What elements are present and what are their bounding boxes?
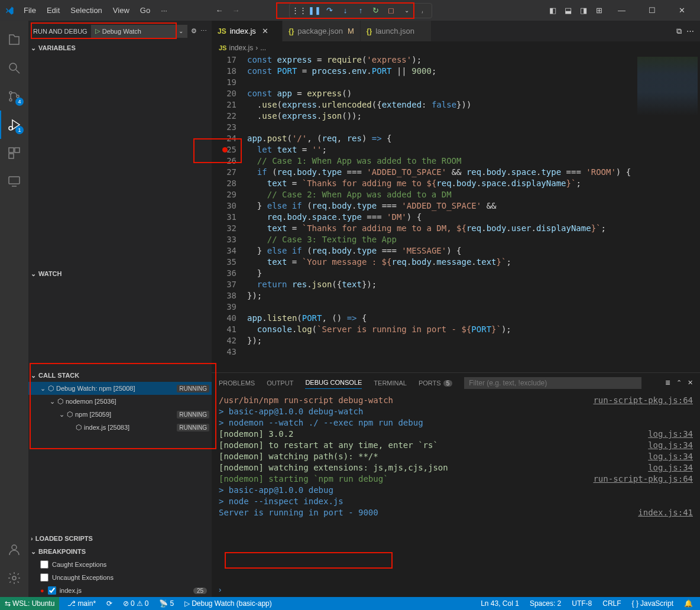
layout-left-icon[interactable]: ◧ — [547, 5, 559, 17]
status-eol[interactable]: CRLF — [600, 599, 623, 608]
menu-go[interactable]: Go — [135, 4, 155, 17]
start-debug-icon[interactable]: ▷ — [95, 27, 100, 35]
menu-selection[interactable]: Selection — [66, 4, 106, 17]
debug-pause-icon[interactable]: ❚❚ — [309, 5, 320, 17]
close-icon[interactable]: ✕ — [262, 27, 268, 35]
breadcrumb[interactable]: JS index.js › ... — [212, 41, 700, 54]
layout-right-icon[interactable]: ◨ — [578, 5, 589, 17]
callstack-row[interactable]: ⬡index.js [25083]RUNNING — [28, 421, 212, 434]
window-close-icon[interactable]: ✕ — [669, 2, 695, 20]
layout-bottom-icon[interactable]: ⬓ — [562, 5, 574, 17]
watch-section-header[interactable]: ⌄Watch — [28, 267, 212, 280]
console-source-link[interactable]: log.js:34 — [648, 451, 693, 462]
debug-step-out-icon[interactable]: ↑ — [355, 5, 367, 17]
editor-tab[interactable]: JSindex.js✕ — [212, 21, 283, 41]
activity-account-icon[interactable] — [0, 536, 28, 564]
tabs-actions: ⧉ ⋯ — [676, 21, 700, 41]
compare-icon[interactable]: ⧉ — [676, 27, 682, 36]
status-lang[interactable]: { }JavaScript — [630, 599, 676, 608]
callstack-status: RUNNING — [177, 385, 209, 392]
callstack-section-header[interactable]: ⌄Call Stack — [28, 369, 212, 382]
menu-file[interactable]: File — [19, 4, 41, 17]
debug-step-over-icon[interactable]: ↷ — [324, 5, 336, 17]
tab-output[interactable]: Output — [267, 377, 293, 389]
status-position[interactable]: Ln 43, Col 1 — [478, 599, 521, 608]
callstack-row[interactable]: ⌄⬡npm [25059]RUNNING — [28, 408, 212, 421]
editor-tab[interactable]: {}launch.json — [361, 21, 432, 41]
status-debug[interactable]: ▷Debug Watch (basic-app) — [182, 599, 274, 608]
debug-restart-icon[interactable]: ↻ — [370, 5, 382, 17]
more-icon[interactable]: ⋯ — [200, 27, 207, 35]
status-ports[interactable]: 📡5 — [157, 599, 176, 608]
code-content[interactable]: const express = require('express');const… — [247, 54, 635, 372]
editor-body[interactable]: 1718192021222324252627282930313233343536… — [212, 54, 700, 372]
callstack-row[interactable]: ⌄⬡nodemon [25036] — [28, 395, 212, 408]
callstack-row[interactable]: ⌄⬡Debug Watch: npm [25008]RUNNING — [28, 382, 212, 395]
status-errors[interactable]: ⊘0 ⚠0 — [121, 599, 151, 608]
console-body[interactable]: /usr/bin/npm run-script debug-watchrun-s… — [212, 392, 700, 582]
activity-debug-icon[interactable]: 1 — [0, 111, 28, 139]
console-source-link[interactable]: run-script-pkg.js:64 — [593, 473, 693, 485]
console-source-link[interactable]: run-script-pkg.js:64 — [593, 395, 693, 406]
console-source-link[interactable]: index.js:41 — [638, 507, 693, 518]
debug-config-dropdown[interactable]: ▷ Debug Watch ⌄ — [91, 25, 187, 38]
menu-edit[interactable]: Edit — [42, 4, 64, 17]
callstack-status: RUNNING — [177, 424, 209, 431]
bp-caught[interactable]: Caught Exceptions — [28, 558, 212, 571]
bp-file[interactable]: ●index.js25 — [28, 584, 212, 597]
console-line: [nodemon] starting `npm run debug`run-sc… — [219, 473, 693, 485]
console-source-link[interactable]: log.js:34 — [648, 429, 693, 440]
console-filter-input[interactable] — [464, 377, 641, 389]
debug-drag-icon[interactable]: ⋮⋮ — [293, 5, 305, 17]
editor-tab[interactable]: {}package.jsonM — [283, 21, 361, 41]
console-input[interactable]: › — [212, 582, 700, 597]
activity-extensions-icon[interactable] — [0, 139, 28, 167]
console-source-link[interactable]: log.js:34 — [648, 462, 693, 473]
status-encoding[interactable]: UTF-8 — [569, 599, 594, 608]
tab-terminal[interactable]: Terminal — [374, 377, 407, 389]
debug-step-into-icon[interactable]: ↓ — [339, 5, 351, 17]
debug-dropdown-icon[interactable]: ⌄ — [401, 5, 413, 17]
panel-close-icon[interactable]: ✕ — [688, 379, 693, 387]
bp-uncaught[interactable]: Uncaught Exceptions — [28, 571, 212, 584]
activity-settings-icon[interactable] — [0, 564, 28, 592]
variables-body — [28, 54, 212, 267]
activity-explorer-icon[interactable] — [0, 25, 28, 54]
breakpoints-section-header[interactable]: ⌄Breakpoints — [28, 545, 212, 558]
activity-search-icon[interactable] — [0, 54, 28, 82]
menu-view[interactable]: View — [108, 4, 134, 17]
debug-icon: ▷ — [184, 599, 190, 608]
debug-stop-icon[interactable]: ◻ — [385, 5, 397, 17]
tab-debug-console[interactable]: Debug Console — [305, 377, 362, 389]
panel-clear-icon[interactable]: ≣ — [665, 379, 670, 387]
variables-section-header[interactable]: ⌄Variables — [28, 41, 212, 54]
activity-scm-icon[interactable]: 4 — [0, 82, 28, 111]
status-branch[interactable]: ⎇main* — [65, 599, 98, 608]
line-gutter[interactable]: 1718192021222324252627282930313233343536… — [212, 54, 247, 372]
console-source-link[interactable]: log.js:34 — [648, 440, 693, 451]
nav-back-icon[interactable]: ← — [213, 5, 225, 17]
window-maximize-icon[interactable]: ☐ — [639, 2, 665, 20]
menu-more[interactable]: ··· — [156, 4, 172, 17]
more-icon[interactable]: ⋯ — [686, 27, 694, 35]
panel-maximize-icon[interactable]: ⌃ — [676, 379, 682, 387]
layout-custom-icon[interactable]: ⊞ — [593, 5, 605, 17]
debug-sidebar: RUN AND DEBUG ▷ Debug Watch ⌄ ⚙ ⋯ ⌄Varia… — [28, 21, 212, 597]
tab-problems[interactable]: Problems — [219, 377, 255, 389]
tab-ports[interactable]: Ports5 — [419, 377, 452, 389]
activity-remote-icon[interactable] — [0, 167, 28, 196]
gear-icon[interactable]: ⚙ — [191, 27, 197, 35]
bp-caught-checkbox[interactable] — [40, 560, 48, 569]
bp-uncaught-checkbox[interactable] — [40, 573, 48, 582]
window-minimize-icon[interactable]: — — [608, 2, 635, 20]
status-bell-icon[interactable]: 🔔 — [682, 599, 695, 608]
nav-forward-icon[interactable]: → — [230, 5, 242, 17]
loaded-scripts-header[interactable]: ›Loaded Scripts — [28, 532, 212, 545]
bp-file-checkbox[interactable] — [48, 586, 56, 595]
status-spaces[interactable]: Spaces: 2 — [527, 599, 563, 608]
status-sync[interactable]: ⟳ — [104, 599, 115, 608]
console-line: [nodemon] watching path(s): **/*log.js:3… — [219, 451, 693, 462]
debug-more-icon[interactable]: ⸥ — [416, 5, 428, 17]
minimap[interactable] — [635, 54, 700, 372]
status-remote[interactable]: ⇆WSL: Ubuntu — [0, 597, 59, 610]
